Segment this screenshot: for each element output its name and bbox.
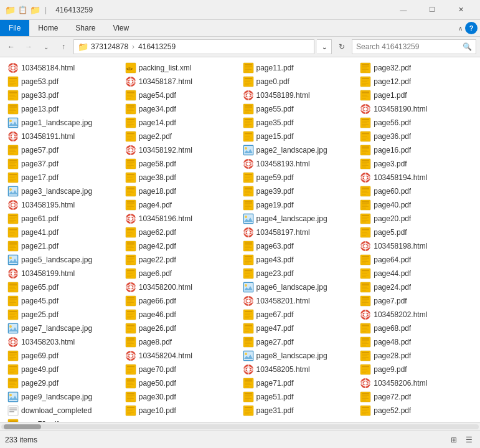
- list-item[interactable]: page32.pdf: [357, 61, 475, 75]
- list-item[interactable]: page64.pdf: [357, 253, 475, 267]
- list-item[interactable]: page8.pdf: [123, 335, 240, 349]
- list-item[interactable]: page46.pdf: [123, 308, 240, 322]
- list-item[interactable]: page61.pdf: [5, 212, 123, 226]
- refresh-button[interactable]: ↻: [334, 39, 349, 54]
- list-item[interactable]: page69.pdf: [5, 349, 123, 363]
- list-item[interactable]: page73.pdf: [5, 417, 123, 422]
- list-item[interactable]: page13.pdf: [5, 102, 123, 116]
- list-item[interactable]: 103458197.html: [240, 226, 358, 239]
- list-item[interactable]: download_completed: [5, 404, 123, 417]
- list-item[interactable]: page48.pdf: [357, 335, 475, 349]
- list-item[interactable]: page19.pdf: [240, 198, 358, 212]
- list-item[interactable]: page12.pdf: [357, 75, 475, 88]
- list-item[interactable]: </> packing_list.xml: [123, 61, 240, 75]
- list-item[interactable]: page16.pdf: [357, 143, 475, 157]
- list-item[interactable]: page2.pdf: [123, 130, 240, 143]
- list-item[interactable]: page66.pdf: [123, 294, 240, 308]
- list-item[interactable]: 103458192.html: [123, 143, 240, 157]
- list-item[interactable]: 103458205.html: [240, 363, 358, 376]
- list-item[interactable]: 103458189.html: [240, 88, 358, 102]
- list-item[interactable]: 103458202.html: [357, 308, 475, 322]
- list-item[interactable]: page18.pdf: [123, 184, 240, 198]
- list-item[interactable]: page56.pdf: [357, 116, 475, 130]
- list-item[interactable]: page51.pdf: [240, 390, 358, 404]
- list-item[interactable]: page47.pdf: [240, 322, 358, 335]
- address-dropdown-button[interactable]: ⌄: [317, 39, 332, 54]
- list-item[interactable]: page24.pdf: [357, 280, 475, 294]
- list-item[interactable]: page17.pdf: [5, 171, 123, 184]
- list-item[interactable]: page11.pdf: [240, 61, 358, 75]
- scrollbar-track[interactable]: [1, 424, 479, 429]
- list-item[interactable]: page8_landscape.jpg: [240, 349, 358, 363]
- list-item[interactable]: page20.pdf: [357, 212, 475, 226]
- list-item[interactable]: page36.pdf: [357, 130, 475, 143]
- list-item[interactable]: page52.pdf: [357, 404, 475, 417]
- list-item[interactable]: page65.pdf: [5, 280, 123, 294]
- list-item[interactable]: page9.pdf: [357, 363, 475, 376]
- list-item[interactable]: 103458184.html: [5, 61, 123, 75]
- list-item[interactable]: 103458204.html: [123, 349, 240, 363]
- list-item[interactable]: page5.pdf: [357, 226, 475, 239]
- list-item[interactable]: page35.pdf: [240, 116, 358, 130]
- list-item[interactable]: page43.pdf: [240, 253, 358, 267]
- list-item[interactable]: page31.pdf: [240, 404, 358, 417]
- up-button[interactable]: ↑: [56, 39, 71, 54]
- list-item[interactable]: page44.pdf: [357, 267, 475, 280]
- list-view-button[interactable]: ☰: [463, 434, 475, 446]
- list-item[interactable]: page3.pdf: [357, 157, 475, 171]
- scrollbar-thumb[interactable]: [4, 424, 41, 429]
- list-item[interactable]: 103458196.html: [123, 212, 240, 226]
- list-item[interactable]: page22.pdf: [123, 253, 240, 267]
- list-item[interactable]: page3_landscape.jpg: [5, 184, 123, 198]
- ribbon-collapse-icon[interactable]: ∧: [458, 25, 463, 32]
- tab-home[interactable]: Home: [29, 20, 67, 36]
- list-item[interactable]: page40.pdf: [357, 198, 475, 212]
- list-item[interactable]: 103458195.html: [5, 198, 123, 212]
- quick-access-icon[interactable]: 📁: [5, 5, 15, 15]
- list-item[interactable]: page30.pdf: [123, 390, 240, 404]
- list-item[interactable]: 103458187.html: [123, 75, 240, 88]
- list-item[interactable]: page38.pdf: [123, 171, 240, 184]
- list-item[interactable]: page33.pdf: [5, 88, 123, 102]
- list-item[interactable]: page21.pdf: [5, 239, 123, 253]
- list-item[interactable]: page15.pdf: [240, 130, 358, 143]
- dropdown-recent-button[interactable]: ⌄: [39, 39, 54, 54]
- list-item[interactable]: page62.pdf: [123, 226, 240, 239]
- list-item[interactable]: page68.pdf: [357, 322, 475, 335]
- list-item[interactable]: page6_landscape.jpg: [240, 280, 358, 294]
- tab-share[interactable]: Share: [67, 20, 104, 36]
- list-item[interactable]: page1.pdf: [357, 88, 475, 102]
- list-item[interactable]: 103458200.html: [123, 280, 240, 294]
- list-item[interactable]: page45.pdf: [5, 294, 123, 308]
- list-item[interactable]: 103458193.html: [240, 157, 358, 171]
- list-item[interactable]: page14.pdf: [123, 116, 240, 130]
- list-item[interactable]: page25.pdf: [5, 308, 123, 322]
- list-item[interactable]: page10.pdf: [123, 404, 240, 417]
- maximize-button[interactable]: ☐: [418, 0, 446, 20]
- list-item[interactable]: page9_landscape.jpg: [5, 390, 123, 404]
- list-item[interactable]: page59.pdf: [240, 171, 358, 184]
- list-item[interactable]: page1_landscape.jpg: [5, 116, 123, 130]
- minimize-button[interactable]: —: [389, 0, 418, 20]
- list-item[interactable]: 103458206.html: [357, 376, 475, 390]
- search-input[interactable]: [356, 42, 463, 51]
- list-item[interactable]: page23.pdf: [240, 267, 358, 280]
- list-item[interactable]: 103458194.html: [357, 171, 475, 184]
- list-item[interactable]: page37.pdf: [5, 157, 123, 171]
- list-item[interactable]: 103458199.html: [5, 267, 123, 280]
- list-item[interactable]: page0.pdf: [240, 75, 358, 88]
- list-item[interactable]: page34.pdf: [123, 102, 240, 116]
- list-item[interactable]: page5_landscape.jpg: [5, 253, 123, 267]
- list-item[interactable]: page67.pdf: [240, 308, 358, 322]
- list-item[interactable]: 103458201.html: [240, 294, 358, 308]
- horizontal-scrollbar[interactable]: [0, 422, 480, 431]
- list-item[interactable]: 103458203.html: [5, 335, 123, 349]
- list-item[interactable]: page42.pdf: [123, 239, 240, 253]
- list-item[interactable]: page6.pdf: [123, 267, 240, 280]
- list-item[interactable]: page41.pdf: [5, 226, 123, 239]
- list-item[interactable]: page7_landscape.jpg: [5, 322, 123, 335]
- path-segment-parent[interactable]: 373124878: [91, 42, 128, 51]
- search-box[interactable]: 🔍: [352, 39, 476, 54]
- path-segment-current[interactable]: 416413259: [138, 42, 176, 51]
- list-item[interactable]: page55.pdf: [240, 102, 358, 116]
